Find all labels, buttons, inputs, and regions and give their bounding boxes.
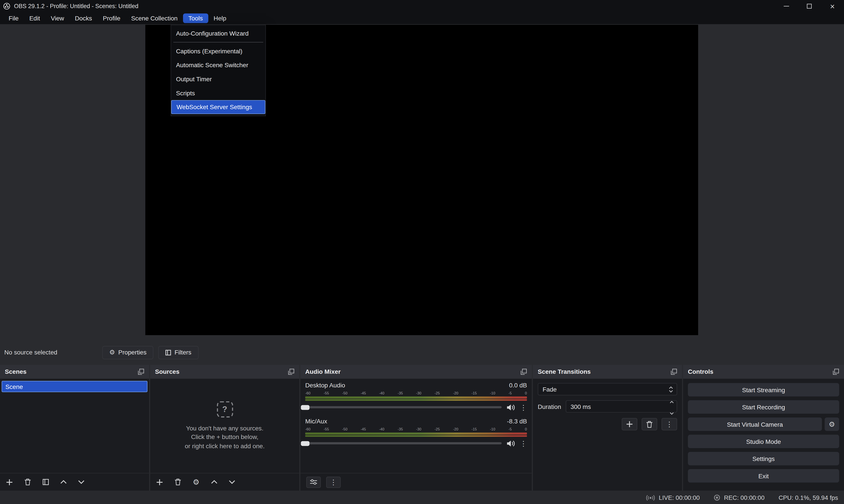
controls-panel-title: Controls xyxy=(688,368,714,375)
add-scene-button[interactable] xyxy=(6,479,13,486)
controls-panel-header: Controls xyxy=(683,365,844,379)
question-icon: ? xyxy=(217,401,233,417)
status-bar: LIVE: 00:00:00 REC: 00:00:00 CPU: 0.1%, … xyxy=(0,491,844,504)
add-source-button[interactable] xyxy=(156,479,163,486)
meter-tick: -40 xyxy=(379,391,384,396)
filters-icon xyxy=(165,349,171,355)
audio-meter xyxy=(305,435,527,437)
start-recording-button[interactable]: Start Recording xyxy=(688,400,839,414)
sources-empty-line: You don't have any sources. xyxy=(186,424,263,433)
menu-item-output-timer[interactable]: Output Timer xyxy=(171,72,265,86)
source-toolbar: No source selected ⚙ Properties Filters xyxy=(0,344,844,360)
advanced-audio-properties-button[interactable] xyxy=(306,476,321,488)
maximize-button[interactable] xyxy=(798,0,821,12)
meter-tick: -35 xyxy=(398,391,403,396)
obs-logo-icon xyxy=(3,2,10,10)
docks: Scenes Scene Sources xyxy=(0,365,844,491)
add-transition-button[interactable] xyxy=(622,418,637,430)
meter-tick: -5 xyxy=(508,427,512,432)
menu-view[interactable]: View xyxy=(46,13,70,23)
sources-empty-state: ? You don't have any sources. Click the … xyxy=(150,379,299,473)
menu-edit[interactable]: Edit xyxy=(24,13,46,23)
menu-item-captions[interactable]: Captions (Experimental) xyxy=(171,44,265,58)
remove-scene-button[interactable] xyxy=(24,478,31,486)
popout-icon[interactable] xyxy=(671,368,677,375)
scene-list-item[interactable]: Scene xyxy=(2,381,147,392)
meter-tick: -60 xyxy=(305,427,311,432)
spin-up-icon[interactable] xyxy=(670,396,674,406)
channel-level: -8.3 dB xyxy=(507,418,527,426)
close-button[interactable]: × xyxy=(821,0,844,12)
source-status-text: No source selected xyxy=(4,349,102,356)
mixer-options-button[interactable]: ⋮ xyxy=(326,476,340,488)
menu-help[interactable]: Help xyxy=(208,13,232,23)
rec-status: REC: 00:00:00 xyxy=(714,494,764,501)
mixer-channel-desktop-audio: Desktop Audio 0.0 dB -60-55-50-45-40-35-… xyxy=(305,382,527,412)
duration-label: Duration xyxy=(538,403,566,410)
menu-profile[interactable]: Profile xyxy=(97,13,126,23)
move-scene-down-button[interactable] xyxy=(78,480,84,484)
transition-options-button[interactable]: ⋮ xyxy=(662,418,677,430)
mute-button[interactable] xyxy=(507,403,515,411)
volume-slider[interactable] xyxy=(305,439,502,448)
duration-spinbox[interactable]: 300 ms xyxy=(566,400,677,413)
meter-tick: -30 xyxy=(416,427,421,432)
controls-panel: Controls Start Streaming Start Recording… xyxy=(683,365,844,491)
channel-options-button[interactable]: ⋮ xyxy=(520,403,527,411)
meter-tick: -15 xyxy=(472,427,477,432)
sources-list[interactable]: ? You don't have any sources. Click the … xyxy=(150,379,299,473)
meter-tick: -25 xyxy=(435,391,440,396)
channel-options-button[interactable]: ⋮ xyxy=(520,440,527,447)
meter-tick: -45 xyxy=(361,427,366,432)
remove-transition-button[interactable] xyxy=(641,418,657,430)
obs-window: OBS 29.1.2 - Profile: Untitled - Scenes:… xyxy=(0,0,844,504)
sources-panel-header: Sources xyxy=(150,365,299,379)
menu-separator xyxy=(173,42,263,42)
gear-icon: ⚙ xyxy=(829,421,835,428)
filters-button[interactable]: Filters xyxy=(158,346,198,359)
transition-select[interactable]: Fade xyxy=(538,383,677,395)
exit-button[interactable]: Exit xyxy=(688,469,839,483)
cpu-stats: CPU: 0.1%, 59.94 fps xyxy=(778,494,838,501)
scene-filters-button[interactable] xyxy=(42,479,49,485)
meter-tick: -45 xyxy=(361,391,366,396)
menu-tools[interactable]: Tools xyxy=(183,13,208,23)
popout-icon[interactable] xyxy=(138,368,144,375)
popout-icon[interactable] xyxy=(521,368,527,375)
virtual-camera-settings-button[interactable]: ⚙ xyxy=(825,417,839,431)
scenes-panel: Scenes Scene xyxy=(0,365,149,491)
slider-handle[interactable] xyxy=(301,441,310,446)
studio-mode-button[interactable]: Studio Mode xyxy=(688,435,839,448)
meter-tick: -20 xyxy=(453,427,458,432)
meter-tick: -30 xyxy=(416,391,421,396)
properties-button[interactable]: ⚙ Properties xyxy=(102,346,153,359)
slider-handle[interactable] xyxy=(301,405,310,410)
start-virtual-camera-button[interactable]: Start Virtual Camera xyxy=(688,417,822,431)
menu-item-websocket-server-settings[interactable]: WebSocket Server Settings xyxy=(171,100,265,114)
minimize-button[interactable] xyxy=(775,0,798,12)
remove-source-button[interactable] xyxy=(174,478,181,486)
start-streaming-button[interactable]: Start Streaming xyxy=(688,383,839,396)
window-title: OBS 29.1.2 - Profile: Untitled - Scenes:… xyxy=(14,3,138,9)
menu-scene-collection[interactable]: Scene Collection xyxy=(126,13,183,23)
volume-slider[interactable] xyxy=(305,403,502,412)
menu-item-automatic-scene-switcher[interactable]: Automatic Scene Switcher xyxy=(171,58,265,72)
move-source-down-button[interactable] xyxy=(229,480,235,484)
menu-item-scripts[interactable]: Scripts xyxy=(171,86,265,100)
meter-tick: -55 xyxy=(324,427,329,432)
scenes-panel-header: Scenes xyxy=(0,365,149,379)
mute-button[interactable] xyxy=(507,440,515,447)
channel-name: Mic/Aux xyxy=(305,418,327,426)
popout-icon[interactable] xyxy=(288,368,295,375)
menu-item-auto-configuration-wizard[interactable]: Auto-Configuration Wizard xyxy=(171,26,265,40)
tools-dropdown-menu: Auto-Configuration Wizard Captions (Expe… xyxy=(171,25,266,116)
menu-file[interactable]: File xyxy=(3,13,24,23)
menu-docks[interactable]: Docks xyxy=(69,13,97,23)
move-scene-up-button[interactable] xyxy=(60,480,67,484)
settings-button[interactable]: Settings xyxy=(688,452,839,465)
popout-icon[interactable] xyxy=(833,368,839,375)
move-source-up-button[interactable] xyxy=(211,480,217,484)
meter-tick: -10 xyxy=(490,427,495,432)
spin-down-icon[interactable] xyxy=(670,407,674,417)
source-properties-button[interactable]: ⚙ xyxy=(193,478,199,486)
